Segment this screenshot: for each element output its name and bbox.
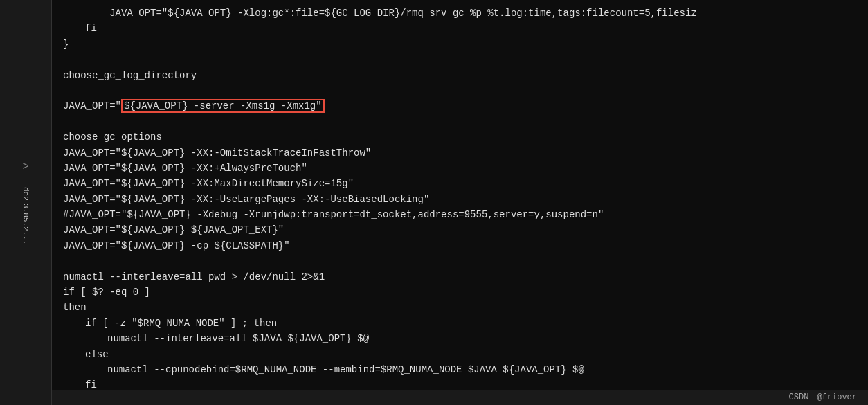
code-line: else <box>63 347 857 362</box>
code-line: numactl --interleave=all pwd > /dev/null… <box>63 269 857 285</box>
sidebar-node-label: de2 <box>21 187 30 201</box>
code-line: JAVA_OPT="${JAVA_OPT} -XX:-UseLargePages… <box>63 192 857 207</box>
code-line: numactl --interleave=all $JAVA ${JAVA_OP… <box>63 331 857 346</box>
footer-platform: CSDN <box>789 393 809 402</box>
code-line: numactl --cpunodebind=$RMQ_NUMA_NODE --m… <box>63 362 857 377</box>
sidebar-ip-label: 3.85.2... <box>21 204 30 244</box>
footer-user: @friover <box>817 393 857 402</box>
highlight-region: ${JAVA_OPT} -server -Xms1g -Xmx1g" <box>121 99 325 113</box>
code-editor: JAVA_OPT="${JAVA_OPT} -Xlog:gc*:file=${G… <box>52 0 868 405</box>
footer-bar: CSDN @friover <box>52 390 868 405</box>
code-line: JAVA_OPT="${JAVA_OPT} -XX:MaxDirectMemor… <box>63 176 857 191</box>
code-line: JAVA_OPT="${JAVA_OPT} ${JAVA_OPT_EXT}" <box>63 222 857 237</box>
code-line: JAVA_OPT="${JAVA_OPT} -Xlog:gc*:file=${G… <box>63 6 857 21</box>
code-line <box>63 253 857 269</box>
code-line-highlighted: JAVA_OPT="${JAVA_OPT} -server -Xms1g -Xm… <box>63 98 857 129</box>
code-line: choose_gc_log_directory <box>63 68 857 83</box>
code-line: then <box>63 300 857 315</box>
code-line: JAVA_OPT="${JAVA_OPT} -cp ${CLASSPATH}" <box>63 238 857 253</box>
code-line: #JAVA_OPT="${JAVA_OPT} -Xdebug -Xrunjdwp… <box>63 207 857 222</box>
sidebar: > de2 3.85.2... <box>0 0 52 405</box>
code-line: } <box>63 37 857 52</box>
code-line: if [ $? -eq 0 ] <box>63 285 857 300</box>
sidebar-arrow[interactable]: > <box>22 161 29 173</box>
code-line: fi <box>63 21 857 36</box>
code-line: choose_gc_options <box>63 129 857 145</box>
code-line: JAVA_OPT="${JAVA_OPT} -XX:-OmitStackTrac… <box>63 145 857 161</box>
code-line: if [ -z "$RMQ_NUMA_NODE" ] ; then <box>63 316 857 331</box>
code-line <box>63 83 857 98</box>
code-line: JAVA_OPT="${JAVA_OPT} -XX:+AlwaysPreTouc… <box>63 161 857 176</box>
code-line <box>63 52 857 67</box>
